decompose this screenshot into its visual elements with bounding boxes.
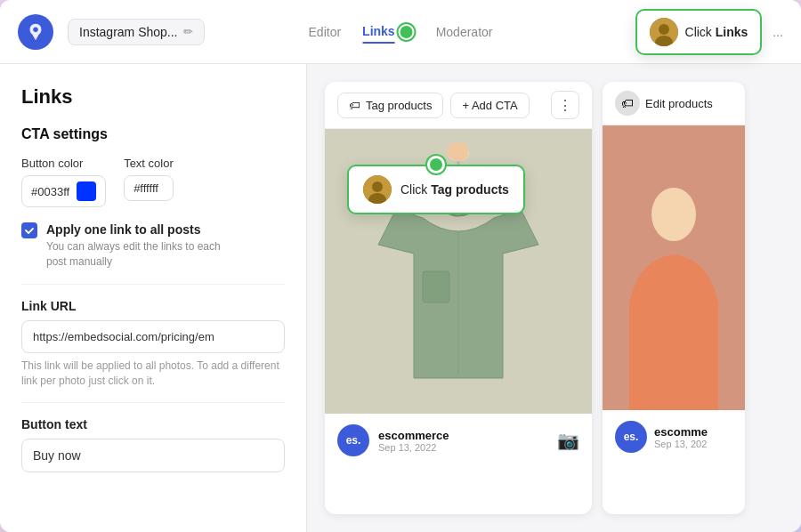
svg-point-2 xyxy=(659,24,669,35)
tag-icon: 🏷 xyxy=(349,99,360,112)
partial-info: escomme Sep 13, 202 xyxy=(654,425,732,449)
text-color-group: Text color #ffffff xyxy=(124,157,174,207)
tooltip-avatar xyxy=(650,18,678,46)
main-content: Links CTA settings Button color #0033ff … xyxy=(0,64,801,532)
click-links-text: Click Links xyxy=(685,25,748,39)
svg-point-0 xyxy=(33,27,38,32)
edit-brand-icon: ✏ xyxy=(183,25,193,38)
tooltip-person-avatar xyxy=(363,175,392,204)
partial-footer: es. escomme Sep 13, 202 xyxy=(603,410,745,463)
button-color-group: Button color #0033ff xyxy=(21,157,106,207)
nav-brand-button[interactable]: Instagram Shop... ✏ xyxy=(68,19,205,45)
partial-avatar: es. xyxy=(615,421,647,453)
button-text-input[interactable] xyxy=(21,439,285,472)
text-color-value: #ffffff xyxy=(134,181,158,195)
divider-2 xyxy=(21,402,285,403)
svg-point-16 xyxy=(651,188,696,241)
more-options-button[interactable]: ⋮ xyxy=(551,91,579,119)
svg-rect-12 xyxy=(455,143,461,157)
button-color-input[interactable]: #0033ff xyxy=(21,175,106,207)
tooltip-connector-dot xyxy=(427,156,445,173)
cta-settings-title: CTA settings xyxy=(21,126,285,142)
content-area: 🏷 Tag products + Add CTA ⋮ xyxy=(307,64,801,532)
tag-products-button[interactable]: 🏷 Tag products xyxy=(337,93,443,118)
add-cta-button[interactable]: + Add CTA xyxy=(450,93,529,118)
apply-one-link-checkbox[interactable] xyxy=(21,222,37,238)
avatar-text: es. xyxy=(346,434,361,447)
svg-rect-13 xyxy=(462,144,468,157)
button-color-label: Button color xyxy=(21,157,106,170)
more-dots-icon: ⋮ xyxy=(558,97,572,114)
click-prefix: Click xyxy=(400,182,431,197)
button-color-swatch[interactable] xyxy=(77,181,96,201)
post-card-main: 🏷 Tag products + Add CTA ⋮ xyxy=(325,82,592,514)
tag-products-label: Tag products xyxy=(366,99,432,112)
post-card-partial: 🏷 Edit products es. xyxy=(603,82,745,514)
apply-one-link-row: Apply one link to all posts You can alwa… xyxy=(21,222,285,270)
post-footer: es. escommerce Sep 13, 2022 📷 xyxy=(325,414,592,467)
partial-icon: 🏷 xyxy=(615,91,640,116)
divider-1 xyxy=(21,284,285,285)
instagram-icon: 📷 xyxy=(557,430,579,451)
text-color-label: Text color xyxy=(124,157,174,170)
link-url-label: Link URL xyxy=(21,299,285,313)
svg-point-18 xyxy=(372,181,383,192)
nav-logo[interactable] xyxy=(18,14,53,50)
svg-rect-8 xyxy=(423,271,449,302)
link-url-hint: This link will be applied to all photos.… xyxy=(21,359,285,389)
avatar-image xyxy=(650,18,678,46)
post-avatar: es. xyxy=(337,424,369,456)
app-container: Instagram Shop... ✏ Editor Links Moderat… xyxy=(0,0,801,532)
sidebar-title: Links xyxy=(21,85,285,109)
text-color-input[interactable]: #ffffff xyxy=(124,175,174,201)
add-cta-label: + Add CTA xyxy=(462,99,517,112)
partial-username: escomme xyxy=(654,425,732,439)
partial-post-image xyxy=(603,125,745,410)
post-card-header: 🏷 Tag products + Add CTA ⋮ xyxy=(325,82,592,129)
tag-products-bold: Tag products xyxy=(431,182,509,197)
nav-tabs: Editor Links Moderator xyxy=(309,20,493,44)
nav-more-label[interactable]: ... xyxy=(773,25,783,39)
link-url-input[interactable] xyxy=(21,320,285,353)
click-links-tooltip: Click Links xyxy=(635,9,763,55)
post-date: Sep 13, 2022 xyxy=(378,442,548,453)
tab-moderator[interactable]: Moderator xyxy=(436,21,493,43)
partial-date: Sep 13, 202 xyxy=(654,439,732,449)
tab-editor[interactable]: Editor xyxy=(309,21,342,43)
tag-tooltip-text: Click Tag products xyxy=(400,182,509,197)
checkbox-sub: You can always edit the links to eachpos… xyxy=(46,239,221,270)
svg-rect-11 xyxy=(448,145,454,157)
button-text-label: Button text xyxy=(21,417,285,431)
partial-avatar-text: es. xyxy=(624,431,639,443)
top-nav: Instagram Shop... ✏ Editor Links Moderat… xyxy=(0,0,801,64)
button-color-value: #0033ff xyxy=(31,185,69,198)
tab-links[interactable]: Links xyxy=(362,20,395,44)
color-form-row: Button color #0033ff Text color #ffffff xyxy=(21,157,285,207)
tab-links-group: Links xyxy=(362,20,415,44)
links-active-dot xyxy=(399,24,415,40)
checkbox-label: Apply one link to all posts xyxy=(46,222,221,238)
nav-right: Click Links ... xyxy=(635,9,783,55)
partial-header: 🏷 Edit products xyxy=(603,82,745,125)
post-info: escommerce Sep 13, 2022 xyxy=(378,429,548,453)
partial-icon-symbol: 🏷 xyxy=(621,96,634,110)
sidebar: Links CTA settings Button color #0033ff … xyxy=(0,64,307,532)
tag-products-tooltip: Click Tag products xyxy=(347,165,525,214)
brand-name-text: Instagram Shop... xyxy=(79,25,178,39)
edit-products-label: Edit products xyxy=(645,97,713,110)
post-username: escommerce xyxy=(378,429,548,442)
